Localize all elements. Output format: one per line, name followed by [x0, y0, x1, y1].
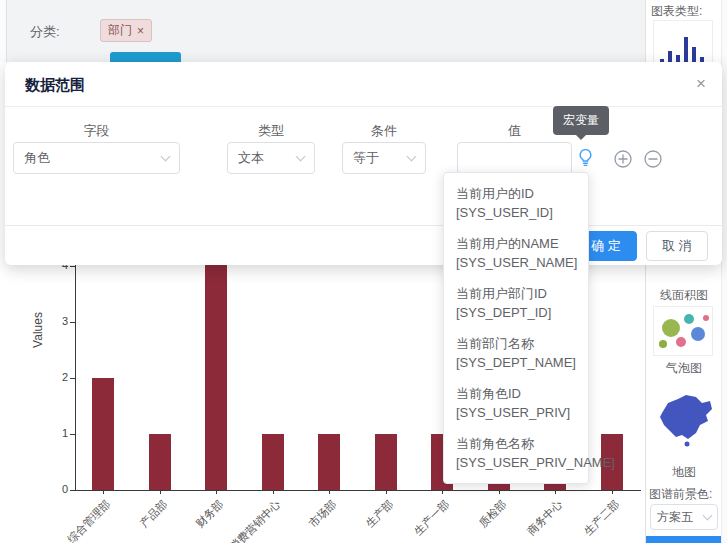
remove-condition-button[interactable] — [644, 150, 662, 168]
type-select-value: 文本 — [238, 149, 264, 167]
minus-circle-icon — [644, 150, 662, 168]
y-tick-mark — [70, 266, 75, 267]
macro-item[interactable]: 当前角色名称[SYS_USER_PRIV_NAME] — [444, 428, 588, 478]
y-tick-mark — [70, 378, 75, 379]
dialog-footer: 确 定 取 消 — [5, 225, 722, 265]
bubble-chart-label[interactable]: 气泡图 — [646, 360, 722, 377]
chart-type-title: 图表类型: — [651, 3, 702, 20]
left-panel-edge — [0, 0, 7, 62]
type-select[interactable]: 文本 — [227, 142, 315, 174]
y-tick-mark — [70, 490, 75, 491]
dialog-title: 数据范围 — [25, 62, 85, 107]
condition-select[interactable]: 等于 — [342, 142, 426, 174]
bubble-chart-thumbnail[interactable] — [653, 306, 713, 356]
category-label: 分类: — [30, 23, 60, 41]
macro-variable-button[interactable] — [575, 147, 596, 168]
bar — [262, 434, 284, 490]
y-tick-label: 1 — [46, 427, 68, 439]
foreground-color-label: 图谱前景色: — [649, 486, 712, 503]
condition-select-value: 等于 — [353, 149, 379, 167]
bubble-chart-icon — [654, 308, 712, 354]
chevron-down-icon — [703, 511, 713, 521]
bottom-scrollbar-thumb[interactable] — [646, 536, 722, 543]
macro-item[interactable]: 当前用户的NAME[SYS_USER_NAME] — [444, 228, 588, 278]
category-tag-department[interactable]: 部门 × — [100, 19, 152, 42]
x-tick-mark — [329, 490, 330, 494]
bar — [92, 378, 114, 490]
x-tick-mark — [442, 490, 443, 494]
bar — [375, 434, 397, 490]
y-tick-label: 2 — [46, 371, 68, 383]
y-tick-mark — [70, 434, 75, 435]
column-field-label: 字段 — [13, 122, 180, 140]
x-tick-mark — [386, 490, 387, 494]
bar — [318, 434, 340, 490]
macro-item[interactable]: 当前用户的ID[SYS_USER_ID] — [444, 178, 588, 228]
chevron-down-icon — [407, 152, 417, 162]
bar — [149, 434, 171, 490]
y-axis-label: Values — [31, 288, 45, 372]
tag-close-icon[interactable]: × — [137, 25, 144, 37]
x-tick-mark — [160, 490, 161, 494]
field-select-value: 角色 — [24, 149, 50, 167]
add-condition-button[interactable] — [614, 150, 632, 168]
chevron-down-icon — [161, 152, 171, 162]
map-label[interactable]: 地图 — [646, 464, 722, 481]
macro-item[interactable]: 当前角色ID[SYS_USER_PRIV] — [444, 378, 588, 428]
x-tick-mark — [555, 490, 556, 494]
column-type-label: 类型 — [227, 122, 315, 140]
area-chart-label[interactable]: 线面积图 — [646, 287, 722, 304]
china-map-icon — [652, 386, 716, 452]
lightbulb-icon — [575, 147, 596, 168]
column-condition-label: 条件 — [342, 122, 426, 140]
macro-variable-dropdown: 当前用户的ID[SYS_USER_ID]当前用户的NAME[SYS_USER_N… — [443, 172, 589, 484]
dialog-header: 数据范围 × — [5, 62, 722, 107]
y-tick-label: 3 — [46, 315, 68, 327]
data-range-dialog: 数据范围 × 字段 类型 条件 值 角色 文本 等于 确 定 取 — [5, 62, 722, 265]
cancel-button[interactable]: 取 消 — [646, 231, 708, 261]
x-tick-mark — [499, 490, 500, 494]
color-scheme-value: 方案五 — [657, 509, 693, 526]
macro-item[interactable]: 当前部门名称[SYS_DEPT_NAME] — [444, 328, 588, 378]
tag-label: 部门 — [108, 22, 132, 39]
y-tick-label: 0 — [46, 483, 68, 495]
y-tick-mark — [70, 322, 75, 323]
macro-variable-tooltip: 宏变量 — [553, 106, 609, 135]
chevron-down-icon — [296, 152, 306, 162]
map-thumbnail[interactable] — [651, 380, 717, 458]
plus-circle-icon — [614, 150, 632, 168]
close-icon[interactable]: × — [696, 75, 706, 92]
field-select[interactable]: 角色 — [13, 142, 180, 174]
x-tick-mark — [216, 490, 217, 494]
x-tick-mark — [612, 490, 613, 494]
color-scheme-select[interactable]: 方案五 — [650, 504, 718, 530]
value-input[interactable] — [457, 142, 572, 174]
x-tick-mark — [273, 490, 274, 494]
x-tick-mark — [103, 490, 104, 494]
macro-item[interactable]: 当前用户部门ID[SYS_DEPT_ID] — [444, 278, 588, 328]
top-toolbar: 分类: 部门 × — [0, 0, 645, 62]
